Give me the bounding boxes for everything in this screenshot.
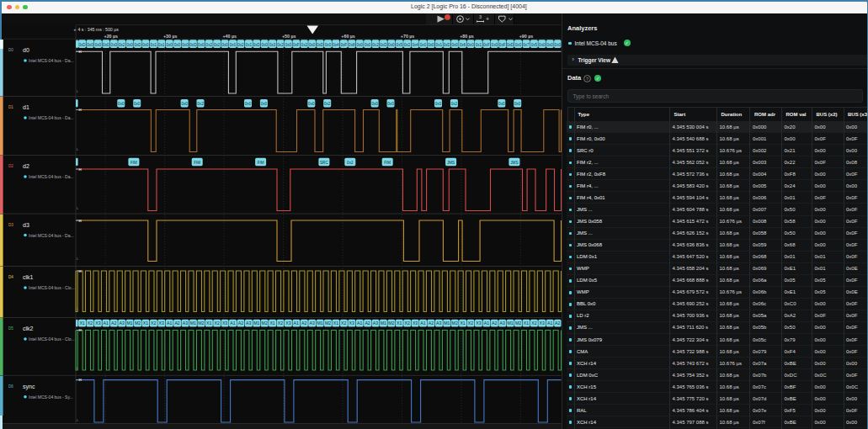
svg-text:FIM: FIM bbox=[194, 161, 200, 165]
svg-text:0x2: 0x2 bbox=[119, 43, 125, 47]
svg-text:d3: d3 bbox=[23, 222, 29, 228]
svg-text:0x0: 0x0 bbox=[245, 102, 252, 106]
svg-text:Intel MCS-04 bus - Da...: Intel MCS-04 bus - Da... bbox=[29, 174, 74, 179]
svg-text:0x2: 0x2 bbox=[237, 43, 244, 47]
svg-text:0x0: 0x0 bbox=[261, 43, 268, 47]
svg-text:H: H bbox=[79, 269, 82, 273]
svg-text:0xF: 0xF bbox=[483, 43, 490, 47]
svg-text:clk1: clk1 bbox=[23, 274, 34, 280]
svg-text:M2: M2 bbox=[198, 320, 204, 326]
svg-text:A3: A3 bbox=[310, 320, 315, 326]
svg-text:A3: A3 bbox=[120, 320, 125, 326]
svg-text:0xD: 0xD bbox=[253, 43, 261, 47]
svg-text:A1: A1 bbox=[484, 320, 489, 326]
svg-text:0x0: 0x0 bbox=[514, 102, 521, 106]
svg-text:M1: M1 bbox=[317, 320, 322, 326]
svg-text:0x0: 0x0 bbox=[103, 43, 109, 47]
svg-text:0x0: 0x0 bbox=[420, 43, 427, 47]
svg-text:+: + bbox=[486, 16, 489, 22]
svg-text:A3: A3 bbox=[436, 320, 441, 326]
svg-text:A2: A2 bbox=[555, 320, 560, 326]
svg-text:0x0: 0x0 bbox=[166, 43, 173, 47]
svg-text:0x1: 0x1 bbox=[246, 43, 253, 47]
svg-text:X3: X3 bbox=[285, 320, 290, 326]
svg-text:M2: M2 bbox=[515, 320, 521, 326]
svg-text:X1: X1 bbox=[269, 320, 274, 326]
svg-text:X2: X2 bbox=[151, 320, 156, 326]
svg-text:H: H bbox=[79, 108, 82, 112]
svg-text:A1: A1 bbox=[547, 320, 552, 326]
svg-text:0x0: 0x0 bbox=[230, 43, 237, 47]
svg-text:A2: A2 bbox=[238, 320, 243, 326]
svg-text:A2: A2 bbox=[429, 320, 434, 326]
svg-text:0x5: 0x5 bbox=[531, 43, 538, 47]
svg-text:0x0: 0x0 bbox=[134, 102, 141, 106]
svg-text:Intel MCS-04 bus - Da...: Intel MCS-04 bus - Da... bbox=[29, 115, 74, 120]
svg-text:A3: A3 bbox=[500, 320, 505, 326]
svg-text:0x0: 0x0 bbox=[308, 102, 315, 106]
svg-text:D2: D2 bbox=[8, 164, 13, 168]
svg-text:0x4: 0x4 bbox=[412, 43, 418, 47]
svg-text:0x2: 0x2 bbox=[347, 161, 354, 165]
svg-text:X2: X2 bbox=[341, 320, 346, 326]
svg-text:0x2: 0x2 bbox=[301, 43, 308, 47]
svg-text:A1: A1 bbox=[230, 320, 235, 326]
svg-text:M1: M1 bbox=[507, 320, 513, 326]
svg-text:0x0: 0x0 bbox=[356, 43, 363, 47]
svg-text:0x0: 0x0 bbox=[435, 102, 442, 106]
svg-text:0xF: 0xF bbox=[293, 43, 300, 47]
svg-text:0x0: 0x0 bbox=[492, 43, 498, 47]
svg-text:A2: A2 bbox=[174, 320, 179, 326]
svg-text:X1: X1 bbox=[524, 320, 529, 326]
svg-text:A1: A1 bbox=[420, 320, 425, 326]
svg-text:0x8: 0x8 bbox=[349, 43, 355, 47]
svg-text:X1: X1 bbox=[397, 320, 402, 326]
svg-text:3: 3 bbox=[479, 14, 482, 19]
svg-text:X3: X3 bbox=[159, 320, 164, 326]
svg-text:X3: X3 bbox=[413, 320, 418, 326]
svg-text:0x0: 0x0 bbox=[546, 43, 553, 47]
svg-text:0x1: 0x1 bbox=[151, 43, 157, 47]
svg-text:0x0: 0x0 bbox=[539, 43, 546, 47]
svg-text:Intel MCS-04 bus - Sy...: Intel MCS-04 bus - Sy... bbox=[29, 395, 73, 400]
svg-text:A3: A3 bbox=[373, 320, 378, 326]
svg-text:+70 µs: +70 µs bbox=[401, 34, 415, 39]
svg-text:Intel MCS-04 bus - Clo...: Intel MCS-04 bus - Clo... bbox=[29, 285, 75, 290]
svg-text:+90 µs: +90 µs bbox=[519, 34, 534, 39]
svg-text:0x4: 0x4 bbox=[333, 43, 339, 47]
svg-text:X3: X3 bbox=[222, 320, 227, 326]
svg-text:?: ? bbox=[585, 76, 588, 81]
svg-text:0x0: 0x0 bbox=[87, 43, 93, 47]
svg-text:A2: A2 bbox=[301, 320, 306, 326]
svg-text:H: H bbox=[79, 328, 82, 332]
svg-text:+40 µs: +40 µs bbox=[222, 34, 237, 39]
svg-text:X2: X2 bbox=[215, 320, 220, 326]
svg-text:0x0: 0x0 bbox=[325, 43, 332, 47]
svg-text:M1: M1 bbox=[253, 320, 259, 326]
svg-text:0x0: 0x0 bbox=[428, 43, 434, 47]
svg-text:0x1: 0x1 bbox=[436, 43, 443, 47]
svg-text:0x0: 0x0 bbox=[142, 43, 149, 47]
svg-text:d0: d0 bbox=[23, 47, 29, 53]
svg-text:M2: M2 bbox=[452, 320, 458, 326]
svg-text:X3: X3 bbox=[95, 320, 100, 326]
svg-text:0x2: 0x2 bbox=[324, 102, 331, 106]
svg-text:M2: M2 bbox=[135, 320, 141, 326]
svg-text:4 s : 345 ms : 500 µs: 4 s : 345 ms : 500 µs bbox=[78, 27, 120, 32]
svg-text:X1: X1 bbox=[206, 320, 211, 326]
svg-text:0xD: 0xD bbox=[134, 43, 141, 47]
svg-text:0x0: 0x0 bbox=[467, 43, 474, 47]
svg-text:Intel MCS-04 bus - Da...: Intel MCS-04 bus - Da... bbox=[29, 233, 74, 238]
svg-text:0x0: 0x0 bbox=[555, 43, 562, 47]
svg-text:X1: X1 bbox=[79, 320, 84, 326]
svg-text:0x2: 0x2 bbox=[277, 43, 284, 47]
svg-text:Intel MCS-04 bus - Clo...: Intel MCS-04 bus - Clo... bbox=[29, 336, 75, 342]
svg-text:0x0: 0x0 bbox=[515, 43, 522, 47]
svg-text:X1: X1 bbox=[333, 320, 338, 326]
svg-text:0x0: 0x0 bbox=[309, 43, 316, 47]
svg-text:X2: X2 bbox=[278, 320, 283, 326]
svg-text:0x0: 0x0 bbox=[451, 43, 458, 47]
svg-text:D0: D0 bbox=[8, 48, 13, 52]
svg-text:H: H bbox=[79, 50, 82, 54]
svg-text:A2: A2 bbox=[111, 320, 116, 326]
